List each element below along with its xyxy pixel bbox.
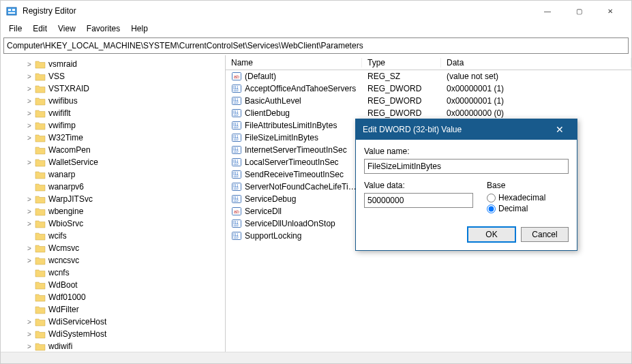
chevron-right-icon[interactable]: >	[25, 318, 33, 326]
hex-radio[interactable]	[487, 194, 496, 202]
column-data[interactable]: Data	[441, 58, 631, 67]
tree-item[interactable]: >Wcmsvc	[3, 242, 225, 254]
chevron-right-icon[interactable]: >	[25, 331, 33, 338]
tree-item-label: W32Time	[48, 133, 83, 142]
tree-item[interactable]: >wdiwifi	[3, 340, 225, 352]
reg-sz-icon: ab	[231, 71, 242, 82]
value-row[interactable]: 011110BasicAuthLevelREG_DWORD0x00000001 …	[226, 95, 631, 107]
value-row[interactable]: 011110AcceptOfficeAndTahoeServersREG_DWO…	[226, 82, 631, 95]
dialog-close-button[interactable]: ✕	[550, 124, 570, 135]
column-type[interactable]: Type	[362, 58, 441, 67]
hex-radio-label: Hexadecimal	[498, 193, 545, 202]
horizontal-scrollbar[interactable]	[1, 352, 631, 363]
maximize-button[interactable]: ▢	[563, 1, 595, 21]
minimize-button[interactable]: —	[532, 1, 563, 21]
value-name-cell: SendReceiveTimeoutInSec	[245, 170, 362, 179]
tree-item[interactable]: WdBoot	[3, 279, 225, 291]
tree-item-label: WdiSystemHost	[48, 329, 106, 339]
tree-item[interactable]: wanarpv6	[3, 181, 225, 193]
value-name-input[interactable]	[364, 159, 569, 174]
column-name[interactable]: Name	[226, 58, 362, 67]
tree-item[interactable]: >VSTXRAID	[3, 82, 225, 95]
reg-sz-icon: ab	[231, 206, 242, 217]
tree-item[interactable]: >WdiSystemHost	[3, 328, 225, 340]
tree-item[interactable]: >vwifimp	[3, 119, 225, 132]
titlebar[interactable]: Registry Editor — ▢ ✕	[1, 1, 631, 21]
chevron-right-icon[interactable]: >	[25, 196, 33, 203]
reg-dword-icon: 011110	[231, 95, 242, 106]
chevron-right-icon[interactable]: >	[25, 85, 33, 93]
tree-item[interactable]: wcnfs	[3, 267, 225, 279]
tree-item-label: Wcmsvc	[48, 243, 79, 253]
value-type-cell: REG_DWORD	[362, 84, 441, 93]
tree-item[interactable]: >W32Time	[3, 132, 225, 144]
value-name-cell: FileAttributesLimitInBytes	[245, 121, 362, 130]
chevron-right-icon[interactable]: >	[25, 245, 33, 252]
tree-item[interactable]: >vwififlt	[3, 107, 225, 119]
chevron-right-icon[interactable]: >	[25, 122, 33, 130]
chevron-right-icon[interactable]: >	[25, 134, 33, 142]
value-data-cell: 0x00000000 (0)	[441, 108, 631, 118]
tree-item-label: wcnfs	[48, 268, 70, 277]
tree-item[interactable]: wcifs	[3, 230, 225, 242]
reg-dword-icon: 011110	[231, 230, 242, 241]
tree-item-label: WdiServiceHost	[48, 317, 106, 327]
dialog-titlebar[interactable]: Edit DWORD (32-bit) Value ✕	[356, 119, 577, 140]
cancel-button[interactable]: Cancel	[521, 227, 569, 242]
tree-item[interactable]: >wcncsvc	[3, 254, 225, 267]
value-data-input[interactable]	[364, 193, 473, 208]
svg-text:110: 110	[233, 199, 239, 202]
tree-item[interactable]: >vwifibus	[3, 95, 225, 107]
tree-item[interactable]: >vsmraid	[3, 58, 225, 70]
ok-button[interactable]: OK	[468, 227, 515, 242]
chevron-right-icon[interactable]: >	[25, 220, 33, 228]
tree-item-label: wanarp	[48, 170, 75, 179]
value-row[interactable]: ab(Default)REG_SZ(value not set)	[226, 70, 631, 82]
svg-text:110: 110	[233, 162, 239, 166]
dec-radio-label: Decimal	[498, 204, 528, 213]
reg-dword-icon: 011110	[231, 181, 242, 192]
chevron-right-icon[interactable]: >	[25, 208, 33, 215]
tree-pane[interactable]: >vsmraid>VSS>VSTXRAID>vwifibus>vwififlt>…	[1, 55, 226, 352]
menu-help[interactable]: Help	[125, 22, 153, 35]
chevron-right-icon[interactable]: >	[25, 343, 33, 350]
tree-item[interactable]: Wdf01000	[3, 291, 225, 303]
svg-text:110: 110	[233, 187, 239, 190]
tree-item[interactable]: >WarpJITSvc	[3, 193, 225, 205]
tree-item[interactable]: >WbioSrvc	[3, 217, 225, 230]
menu-file[interactable]: File	[3, 22, 27, 35]
tree-item-label: wbengine	[48, 207, 83, 216]
chevron-right-icon[interactable]: >	[25, 110, 33, 117]
svg-text:110: 110	[233, 175, 239, 178]
base-label: Base	[487, 181, 569, 190]
tree-item[interactable]: WacomPen	[3, 144, 225, 156]
tree-item[interactable]: >wbengine	[3, 205, 225, 217]
tree-item[interactable]: >VSS	[3, 70, 225, 82]
value-name-cell: ServiceDebug	[245, 194, 362, 204]
chevron-right-icon[interactable]: >	[25, 257, 33, 264]
value-name-cell: (Default)	[245, 72, 362, 81]
svg-text:110: 110	[233, 101, 239, 104]
svg-text:110: 110	[233, 224, 239, 227]
chevron-right-icon[interactable]: >	[25, 73, 33, 80]
dec-radio[interactable]	[487, 204, 496, 213]
tree-item[interactable]: wanarp	[3, 168, 225, 181]
reg-dword-icon: 011110	[231, 83, 242, 94]
close-button[interactable]: ✕	[595, 1, 626, 21]
tree-item[interactable]: >WdiServiceHost	[3, 316, 225, 328]
address-bar[interactable]: Computer\HKEY_LOCAL_MACHINE\SYSTEM\Curre…	[3, 37, 629, 54]
menu-edit[interactable]: Edit	[27, 22, 52, 35]
tree-item[interactable]: WdFilter	[3, 303, 225, 316]
tree-item-label: vwififlt	[48, 108, 71, 118]
svg-rect-2	[12, 9, 15, 11]
chevron-right-icon[interactable]: >	[25, 97, 33, 105]
tree-item-label: vwifimp	[48, 121, 76, 130]
value-row[interactable]: 011110ClientDebugREG_DWORD0x00000000 (0)	[226, 107, 631, 119]
chevron-right-icon[interactable]: >	[25, 61, 33, 68]
tree-item[interactable]: >WalletService	[3, 156, 225, 168]
value-data-cell: 0x00000001 (1)	[441, 84, 631, 93]
menu-favorites[interactable]: Favorites	[81, 22, 125, 35]
chevron-right-icon[interactable]: >	[25, 159, 33, 166]
menu-view[interactable]: View	[52, 22, 81, 35]
value-name-cell: ClientDebug	[245, 108, 362, 118]
